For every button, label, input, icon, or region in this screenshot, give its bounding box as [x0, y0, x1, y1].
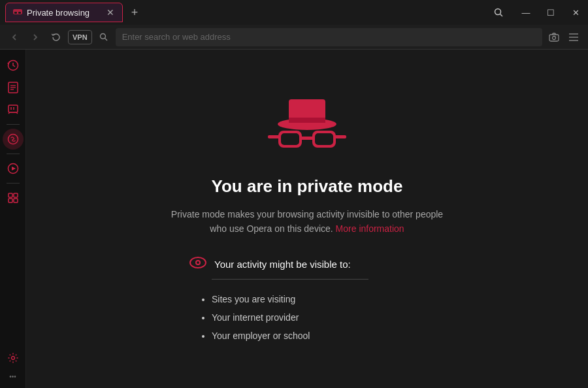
tab-area: Private browsing ✕ +: [5, 3, 144, 22]
search-bar-icon: [95, 28, 113, 46]
svg-point-4: [495, 9, 501, 15]
camera-button[interactable]: [545, 28, 563, 46]
svg-rect-36: [315, 133, 333, 145]
sidebar-item-whatsapp[interactable]: [3, 129, 24, 150]
sidebar-more-button[interactable]: •••: [3, 370, 24, 383]
svg-point-41: [197, 261, 199, 264]
svg-rect-3: [17, 12, 18, 13]
svg-rect-1: [14, 12, 17, 14]
svg-rect-38: [335, 135, 346, 138]
svg-rect-26: [8, 199, 12, 202]
private-mode-title: You are in private mode: [212, 176, 403, 197]
svg-rect-2: [18, 12, 21, 14]
svg-point-6: [101, 34, 106, 39]
svg-rect-34: [302, 137, 312, 140]
page-content: You are in private mode Private mode mak…: [26, 50, 588, 388]
svg-point-28: [11, 357, 14, 360]
list-item: Your employer or school: [212, 327, 310, 345]
visibility-section: Your activity might be visible to: Sites…: [189, 255, 425, 345]
search-window-button[interactable]: [486, 0, 511, 25]
svg-rect-0: [13, 9, 22, 14]
sidebar-item-media[interactable]: [3, 158, 24, 179]
visibility-divider: [212, 279, 368, 280]
back-button[interactable]: [5, 28, 24, 46]
sidebar-divider-2: [7, 154, 20, 154]
list-item: Sites you are visiting: [212, 290, 310, 308]
svg-line-5: [500, 14, 503, 17]
tab-title: Private browsing: [27, 8, 90, 18]
window-controls: — ☐ ✕: [486, 0, 588, 25]
sidebar: •••: [0, 50, 26, 388]
main-wrapper: •••: [0, 50, 588, 388]
visibility-title: Your activity might be visible to:: [214, 259, 351, 270]
sidebar-divider-1: [7, 124, 20, 125]
svg-point-9: [553, 36, 556, 39]
svg-rect-25: [14, 193, 18, 197]
forward-button[interactable]: [26, 28, 44, 46]
svg-rect-8: [549, 35, 559, 41]
maximize-button[interactable]: ☐: [538, 0, 563, 25]
sidebar-item-bookmarks[interactable]: [3, 77, 24, 98]
more-info-link[interactable]: More information: [336, 223, 404, 234]
svg-rect-24: [8, 193, 12, 197]
minimize-button[interactable]: —: [514, 0, 538, 25]
svg-marker-23: [12, 167, 16, 170]
eye-icon: [189, 255, 206, 272]
sidebar-divider-3: [7, 183, 20, 184]
private-mode-icon: [268, 93, 346, 161]
sidebar-item-extensions[interactable]: [3, 187, 24, 208]
active-tab[interactable]: Private browsing ✕: [5, 3, 123, 22]
address-input[interactable]: [116, 28, 542, 46]
tab-icon: [12, 7, 23, 18]
svg-rect-31: [289, 118, 325, 123]
svg-rect-35: [281, 133, 299, 145]
sidebar-item-settings[interactable]: [3, 348, 24, 368]
vpn-button[interactable]: VPN: [68, 30, 92, 44]
svg-line-7: [105, 39, 108, 41]
menu-button[interactable]: [564, 28, 583, 46]
sidebar-item-history[interactable]: [3, 55, 24, 76]
list-item: Your internet provider: [212, 308, 310, 327]
svg-rect-37: [268, 135, 280, 138]
visibility-header: Your activity might be visible to:: [189, 255, 351, 272]
tab-close-button[interactable]: ✕: [105, 7, 116, 18]
reload-button[interactable]: [47, 28, 65, 46]
svg-rect-27: [14, 199, 18, 202]
svg-rect-18: [8, 105, 18, 112]
new-tab-button[interactable]: +: [125, 3, 144, 22]
sidebar-item-twitch[interactable]: [3, 99, 24, 120]
nav-right-buttons: [545, 28, 583, 46]
title-bar: Private browsing ✕ + — ☐ ✕: [0, 0, 588, 25]
visibility-list: Sites you are visiting Your internet pro…: [199, 290, 310, 345]
close-button[interactable]: ✕: [563, 0, 588, 25]
private-mode-description: Private mode makes your browsing activit…: [170, 207, 444, 236]
navigation-bar: VPN: [0, 25, 588, 50]
